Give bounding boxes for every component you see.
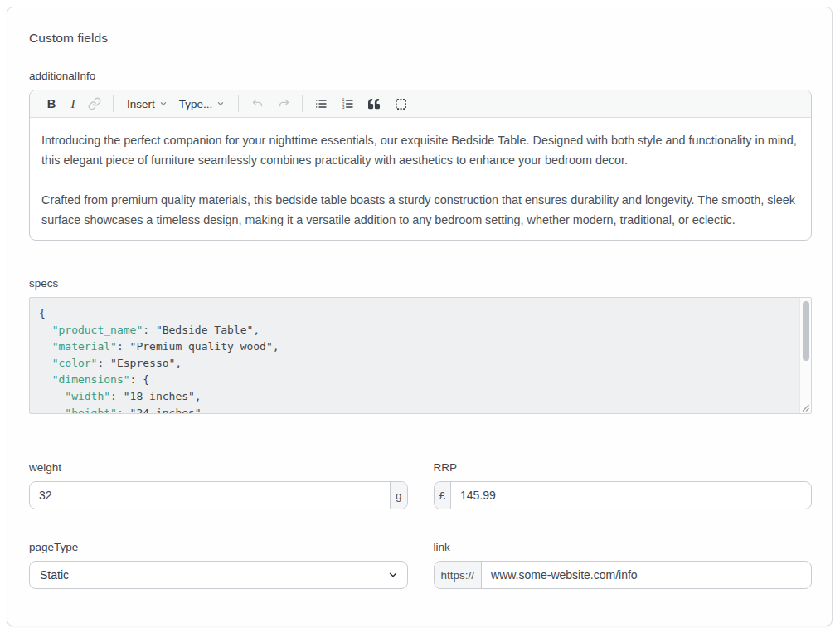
scrollbar-thumb[interactable] <box>803 301 809 361</box>
page-type-field: pageType Static <box>29 541 408 589</box>
weight-field: weight g <box>29 461 408 509</box>
specs-field: specs { "product_name": "Bedside Table",… <box>29 277 812 414</box>
additional-info-label: additionalInfo <box>29 70 812 82</box>
weight-input-group: g <box>29 481 408 509</box>
editor-content[interactable]: Introducing the perfect companion for yo… <box>30 118 811 240</box>
page-type-select[interactable]: Static <box>29 561 408 589</box>
bold-button[interactable]: B <box>41 93 62 114</box>
resize-handle-icon[interactable] <box>799 402 810 412</box>
weight-label: weight <box>29 461 408 474</box>
protocol-addon: https:// <box>435 562 483 588</box>
link-field: link https:// <box>434 541 813 589</box>
toolbar-divider <box>302 95 303 112</box>
svg-text:3: 3 <box>342 105 345 110</box>
redo-button[interactable] <box>273 93 294 114</box>
rrp-input[interactable] <box>451 482 811 509</box>
type-dropdown-label: Type... <box>179 98 213 110</box>
specs-scrollbar[interactable] <box>799 298 811 413</box>
type-dropdown[interactable]: Type... <box>173 93 231 114</box>
rte-toolbar: B I Insert <box>30 90 811 118</box>
link-button[interactable] <box>84 93 105 114</box>
weight-input[interactable] <box>30 482 390 509</box>
undo-icon <box>250 97 265 111</box>
link-input-group: https:// <box>434 561 813 589</box>
additional-info-field: additionalInfo B I Insert <box>29 70 812 241</box>
dashed-square-icon <box>395 98 407 110</box>
blockquote-icon <box>368 98 380 110</box>
code-block-button[interactable] <box>390 93 411 114</box>
insert-dropdown-label: Insert <box>127 98 155 110</box>
specs-code[interactable]: { "product_name": "Bedside Table", "mate… <box>30 298 811 413</box>
card-title: Custom fields <box>29 31 812 46</box>
specs-textarea[interactable]: { "product_name": "Bedside Table", "mate… <box>29 297 812 414</box>
insert-dropdown[interactable]: Insert <box>121 93 173 114</box>
rrp-field: RRP £ <box>434 461 813 509</box>
ordered-list-button[interactable]: 1 2 3 <box>337 93 358 114</box>
redo-icon <box>277 97 291 111</box>
page-type-label: pageType <box>29 541 408 553</box>
link-input[interactable] <box>482 562 811 588</box>
custom-fields-card: Custom fields additionalInfo B I Inse <box>7 7 833 626</box>
ordered-list-icon: 1 2 3 <box>341 97 354 110</box>
bullet-list-icon <box>314 97 328 110</box>
rrp-input-group: £ <box>434 481 813 509</box>
specs-label: specs <box>29 277 812 290</box>
rrp-label: RRP <box>434 461 813 474</box>
link-label: link <box>434 541 813 553</box>
italic-button[interactable]: I <box>62 93 84 114</box>
chevron-down-icon <box>159 100 168 108</box>
currency-addon: £ <box>435 482 452 509</box>
undo-button[interactable] <box>246 93 268 114</box>
toolbar-divider <box>238 95 239 112</box>
rich-text-editor: B I Insert <box>29 90 812 241</box>
weight-unit-addon: g <box>390 482 407 509</box>
link-icon <box>88 97 101 110</box>
bullet-list-button[interactable] <box>310 93 332 114</box>
chevron-down-icon <box>216 100 225 108</box>
blockquote-button[interactable] <box>363 93 385 114</box>
toolbar-divider <box>113 95 114 112</box>
